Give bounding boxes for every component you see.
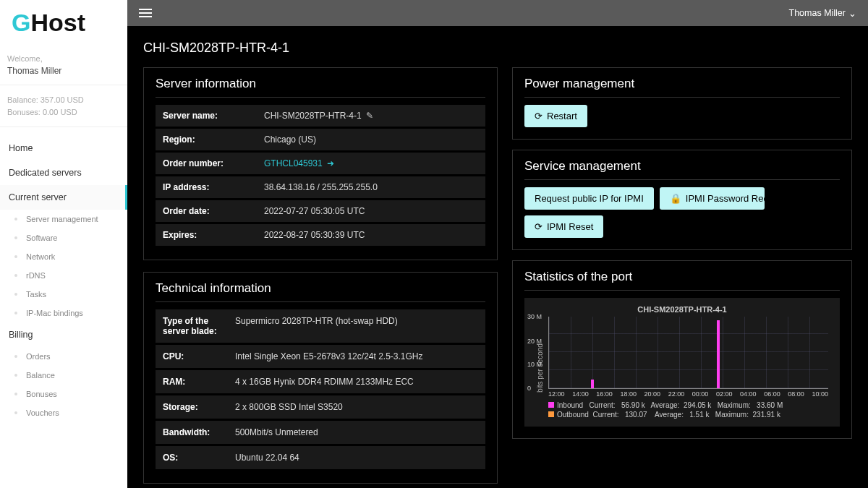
- nav-sub-ipmac[interactable]: IP-Mac bindings: [0, 304, 127, 322]
- nav-sub-network[interactable]: Network: [0, 247, 127, 266]
- welcome-block: Welcome, Thomas Miller: [0, 54, 127, 82]
- page-title: CHI-SM2028TP-HTR-4-1: [143, 40, 852, 56]
- restart-button[interactable]: ⟳Restart: [524, 105, 587, 127]
- bonuses-line: Bonuses: 0.00 USD: [7, 106, 120, 119]
- chart-title: CHI-SM2028TP-HTR-4-1: [536, 305, 828, 314]
- nav-sub-orders[interactable]: Orders: [0, 347, 127, 366]
- nav-sub-vouchers[interactable]: Vouchers: [0, 403, 127, 422]
- chevron-down-icon: ⌄: [848, 8, 856, 19]
- chart-plot: 30 M 20 M 10 M 0: [548, 317, 828, 389]
- port-chart: CHI-SM2028TP-HTR-4-1 bits per second 30 …: [524, 298, 840, 427]
- user-menu[interactable]: Thomas Miller ⌄: [789, 8, 857, 19]
- stats-panel: Statistics of the port CHI-SM2028TP-HTR-…: [512, 260, 852, 439]
- content: CHI-SM2028TP-HTR-4-1 Server information …: [127, 26, 868, 488]
- server-info-title: Server information: [156, 77, 485, 98]
- stats-title: Statistics of the port: [524, 270, 840, 291]
- request-ip-button[interactable]: Request public IP for IPMI: [524, 187, 654, 210]
- topbar: Thomas Miller ⌄: [127, 0, 868, 26]
- ipmi-password-button[interactable]: 🔒IPMI Password Recovery: [660, 187, 765, 210]
- tech-info-title: Technical information: [156, 281, 485, 302]
- main: Thomas Miller ⌄ CHI-SM2028TP-HTR-4-1 Ser…: [127, 0, 868, 488]
- refresh-icon: ⟳: [535, 221, 542, 232]
- nav-dedicated[interactable]: Dedicated servers: [0, 160, 127, 185]
- power-panel: Power management ⟳Restart: [512, 67, 852, 140]
- welcome-label: Welcome,: [7, 54, 120, 63]
- logo[interactable]: GHost: [0, 0, 127, 54]
- lock-icon: 🔒: [670, 193, 681, 204]
- nav-sub-tasks[interactable]: Tasks: [0, 285, 127, 304]
- arrow-right-icon: ➜: [327, 158, 334, 168]
- nav-current[interactable]: Current server: [0, 185, 127, 210]
- tech-info-panel: Technical information Type of the server…: [143, 272, 498, 484]
- hamburger-icon[interactable]: [139, 9, 152, 17]
- nav-sub-balance[interactable]: Balance: [0, 366, 127, 385]
- refresh-icon: ⟳: [535, 111, 542, 121]
- order-link[interactable]: GTHCL045931: [264, 158, 323, 168]
- nav-sub-server-mgmt[interactable]: Server management: [0, 210, 127, 228]
- balance-line: Balance: 357.00 USD: [7, 94, 120, 106]
- ipmi-reset-button[interactable]: ⟳IPMI Reset: [524, 215, 603, 238]
- nav-billing[interactable]: Billing: [0, 322, 127, 347]
- nav-home[interactable]: Home: [0, 136, 127, 160]
- pencil-icon[interactable]: ✎: [366, 111, 373, 121]
- balance-block: Balance: 357.00 USD Bonuses: 0.00 USD: [0, 88, 127, 124]
- welcome-name: Thomas Miller: [7, 66, 120, 76]
- server-info-panel: Server information Server name:CHI-SM202…: [143, 67, 498, 260]
- sidebar: GHost Welcome, Thomas Miller Balance: 35…: [0, 0, 127, 488]
- nav: Home Dedicated servers Current server Se…: [0, 130, 127, 422]
- power-title: Power management: [524, 77, 840, 98]
- nav-sub-software[interactable]: Software: [0, 228, 127, 247]
- nav-sub-rdns[interactable]: rDNS: [0, 266, 127, 285]
- chart-xticks: 12:0014:0016:0018:0020:0022:0000:0002:00…: [548, 389, 828, 401]
- service-title: Service management: [524, 159, 840, 180]
- nav-sub-bonuses[interactable]: Bonuses: [0, 385, 127, 403]
- service-panel: Service management Request public IP for…: [512, 150, 852, 250]
- user-menu-name: Thomas Miller: [789, 8, 846, 18]
- chart-legend: Inbound Current: 56.90 k Average: 294.05…: [548, 401, 828, 419]
